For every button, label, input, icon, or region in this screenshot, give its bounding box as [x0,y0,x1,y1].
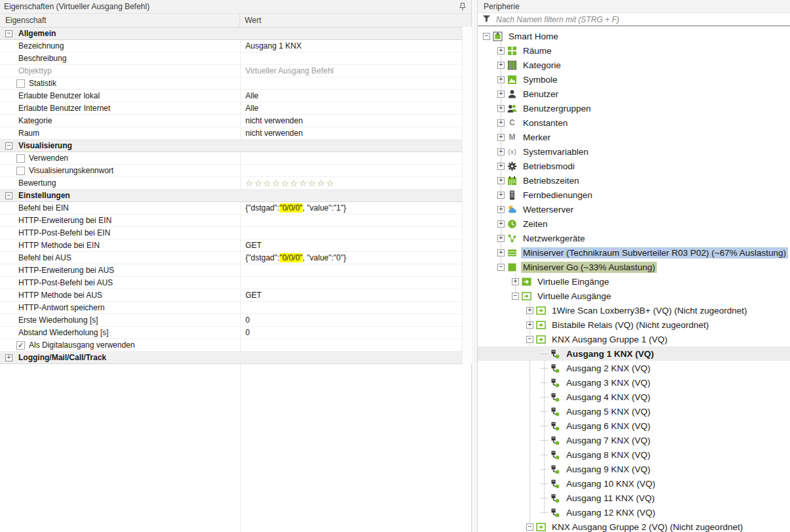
expand-icon[interactable]: + [512,278,519,285]
tree-item-ausgang-10-knx-vq[interactable]: Ausgang 10 KNX (VQ) [478,476,790,491]
property-value-befehl-bei-ein[interactable]: {"dstgad":"0/0/0", "value":"1"} [240,202,462,214]
collapse-icon[interactable]: − [512,293,519,300]
panel-splitter[interactable] [472,0,477,532]
tree-item-ausgang-2-knx-vq[interactable]: Ausgang 2 KNX (VQ) [478,361,790,375]
expand-icon[interactable]: + [497,119,505,127]
tree-item-ausgang-11-knx-vq[interactable]: Ausgang 11 KNX (VQ) [478,491,790,505]
column-header-property[interactable]: Eigenschaft [0,14,240,27]
property-value-http-methode-bei-ein[interactable]: GET [240,239,462,251]
section-row-logging-mail-call-track[interactable]: +Logging/Mail/Call/Track [0,352,462,364]
expand-icon[interactable]: + [497,47,505,54]
expand-icon[interactable]: + [497,105,505,112]
expand-icon[interactable]: + [526,321,533,329]
property-value-objekttyp[interactable]: Virtueller Ausgang Befehl [240,65,462,77]
property-value-bezeichnung[interactable]: Ausgang 1 KNX [240,40,462,52]
tree-item-knx-ausgang-gruppe-2-vq-nicht-zugeordnet[interactable]: −KNX Ausgang Gruppe 2 (VQ) (Nicht zugeor… [478,520,790,532]
tree-item-miniserver-go-33-auslastung[interactable]: −Miniserver Go (~33% Auslastung) [478,260,790,274]
collapse-icon[interactable]: − [497,264,505,271]
tree-item-ausgang-12-knx-vq[interactable]: Ausgang 12 KNX (VQ) [478,505,790,520]
tree-item-raume[interactable]: +Räume [478,43,790,58]
tree-item-virtuelle-eingange[interactable]: +Virtuelle Eingänge [478,274,790,289]
tree-item-ausgang-5-knx-vq[interactable]: Ausgang 5 KNX (VQ) [478,404,790,419]
property-value-als-digitalausgang-verwenden[interactable] [240,339,462,351]
tree-item-netzwerkgerate[interactable]: +Netzwerkgeräte [478,231,790,245]
tree-item-systemvariablen[interactable]: +(x)Systemvariablen [478,144,790,159]
property-value-http-post-befehl-bei-ein[interactable] [240,227,462,239]
checkbox-als-digitalausgang-verwenden[interactable]: ✓ [16,341,25,350]
expand-icon[interactable]: + [497,62,505,69]
expand-icon[interactable]: + [497,134,505,141]
collapse-icon[interactable]: − [526,336,533,343]
collapse-icon[interactable]: − [5,142,12,150]
tree-item-knx-ausgang-gruppe-1-vq[interactable]: −KNX Ausgang Gruppe 1 (VQ) [478,332,790,346]
property-value-http-erweiterung-bei-aus[interactable] [240,264,462,276]
expand-icon[interactable]: + [497,192,505,199]
property-value-befehl-bei-aus[interactable]: {"dstgad":"0/0/0", "value":"0"} [240,252,462,264]
tree-item-ausgang-6-knx-vq[interactable]: Ausgang 6 KNX (VQ) [478,419,790,433]
tree-item-bistabile-relais-vq-nicht-zugeordnet[interactable]: +Bistabile Relais (VQ) (Nicht zugeordnet… [478,317,790,332]
tree-item-betriebsmodi[interactable]: +Betriebsmodi [478,159,790,173]
property-value-http-methode-bei-aus[interactable]: GET [240,289,462,301]
tree-item-symbole[interactable]: +Symbole [478,72,790,87]
tree-item-ausgang-9-knx-vq[interactable]: Ausgang 9 KNX (VQ) [478,462,790,476]
property-value-http-antwort-speichern[interactable] [240,302,462,314]
tree-item-smart-home[interactable]: −Smart Home [478,29,790,43]
tree-filter-input[interactable] [495,14,785,25]
collapse-icon[interactable]: − [5,30,12,37]
property-value-http-erweiterung-bei-ein[interactable] [240,215,462,226]
checkbox-statistik[interactable] [16,79,25,88]
checkbox-verwenden[interactable] [16,154,25,163]
expand-icon[interactable]: + [497,91,505,98]
tree-item-zeiten[interactable]: +Zeiten [478,216,790,231]
tree-item-ausgang-3-knx-vq[interactable]: Ausgang 3 KNX (VQ) [478,375,790,390]
property-value-verwenden[interactable] [240,152,462,164]
section-row-allgemein[interactable]: −Allgemein [0,28,462,40]
pin-icon[interactable] [459,3,467,11]
property-value-raum[interactable]: nicht verwenden [240,127,462,139]
tree-item-ausgang-4-knx-vq[interactable]: Ausgang 4 KNX (VQ) [478,390,790,404]
tree-item-1wire-scan-loxberry3b-vq-nicht-zugeordnet[interactable]: +1Wire Scan Loxberry3B+ (VQ) (Nicht zuge… [478,303,790,317]
expand-icon[interactable]: + [497,249,505,256]
tree-item-benutzergruppen[interactable]: +Benutzergruppen [478,101,790,115]
column-header-value[interactable]: Wert [240,14,471,27]
property-value-abstand-wiederholung-s[interactable]: 0 [240,327,462,338]
section-row-einstellungen[interactable]: −Einstellungen [0,190,462,202]
expand-icon[interactable]: + [526,307,533,314]
tree-item-ausgang-8-knx-vq[interactable]: Ausgang 8 KNX (VQ) [478,447,790,462]
tree-item-merker[interactable]: +MMerker [478,130,790,144]
expand-icon[interactable]: + [497,206,505,213]
expand-icon[interactable]: + [497,235,505,242]
collapse-icon[interactable]: − [526,523,533,531]
property-value-statistik[interactable] [240,77,462,89]
tree-item-fernbedienungen[interactable]: +Fernbedienungen [478,188,790,202]
property-value-http-post-befehl-bei-aus[interactable] [240,277,462,289]
tree-item-ausgang-1-knx-vq[interactable]: Ausgang 1 KNX (VQ) [478,346,790,361]
property-value-beschreibung[interactable] [240,52,462,64]
expand-icon[interactable]: + [497,177,505,184]
tree-item-virtuelle-ausgange[interactable]: −Virtuelle Ausgänge [478,289,790,303]
rating-stars[interactable]: ☆☆☆☆☆☆☆☆☆☆ [245,178,335,188]
collapse-icon[interactable]: − [483,33,490,40]
tree-item-kategorie[interactable]: +Kategorie [478,58,790,72]
property-value-erste-wiederholung-s[interactable]: 0 [240,314,462,326]
collapse-icon[interactable]: − [5,192,12,199]
section-row-visualisierung[interactable]: −Visualisierung [0,140,462,152]
property-value-erlaubte-benutzer-lokal[interactable]: Alle [240,90,462,102]
property-value-erlaubte-benutzer-internet[interactable]: Alle [240,102,462,114]
expand-icon[interactable]: + [497,220,505,228]
tree-item-miniserver-technikraum-subverteiler-r03-p02-67-a[interactable]: +Miniserver (Technikraum Subverteiler R0… [478,245,790,260]
expand-icon[interactable]: + [5,354,12,361]
tree-item-konstanten[interactable]: +CKonstanten [478,115,790,130]
expand-icon[interactable]: + [497,148,505,155]
properties-scrollbar-track[interactable] [462,27,472,364]
tree-item-ausgang-7-knx-vq[interactable]: Ausgang 7 KNX (VQ) [478,433,790,447]
tree-item-wetterserver[interactable]: +Wetterserver [478,202,790,216]
expand-icon[interactable]: + [497,76,505,83]
property-value-kategorie[interactable]: nicht verwenden [240,115,462,127]
checkbox-visualisierungskennwort[interactable] [16,167,25,175]
tree-item-betriebszeiten[interactable]: +Betriebszeiten [478,173,790,188]
property-value-visualisierungskennwort[interactable] [240,165,462,176]
tree-item-benutzer[interactable]: +Benutzer [478,87,790,101]
property-value-bewertung[interactable]: ☆☆☆☆☆☆☆☆☆☆ [240,177,462,189]
expand-icon[interactable]: + [497,163,505,170]
